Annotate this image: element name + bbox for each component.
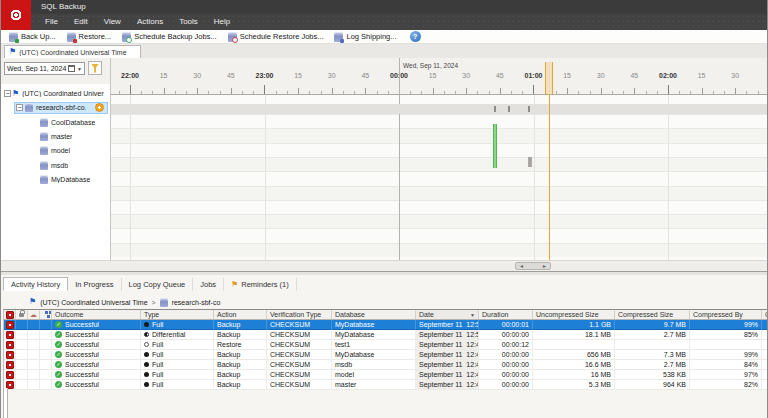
ruler-tick <box>646 91 647 95</box>
scroll-left-icon[interactable]: ◄ <box>519 263 524 269</box>
scroll-right-icon[interactable]: ► <box>542 263 547 269</box>
breadcrumb-timezone[interactable]: (UTC) Coordinated Universal Time <box>40 299 147 306</box>
ruler-tick <box>264 85 265 94</box>
backup-group-bar[interactable] <box>493 124 497 168</box>
server-tree-panel: Wed, Sep 11, 2024 ▼ −⚑(UTC) Coordinated … <box>1 58 111 260</box>
tree-item-model[interactable]: model <box>1 144 110 158</box>
tree-item-master[interactable]: master <box>1 129 110 143</box>
menu-view[interactable]: View <box>96 14 129 30</box>
grid-header-verification-type[interactable]: Verification Type <box>267 310 332 319</box>
menu-actions[interactable]: Actions <box>129 14 171 30</box>
filter-button[interactable] <box>88 61 102 75</box>
type-full-icon <box>144 372 149 377</box>
menu-help[interactable]: Help <box>206 14 238 30</box>
grid-row[interactable]: ✓SuccessfulFullRestoreCHECKSUMtest1Septe… <box>4 340 768 350</box>
cell-date: September 11 12:43... <box>416 350 479 360</box>
tab-utc-timezone[interactable]: ⚑ (UTC) Coordinated Universal Time <box>4 45 141 58</box>
toolbar-restore-database-button[interactable]: Restore... <box>63 30 119 43</box>
tab-reminders-1[interactable]: ⚑Reminders (1) <box>224 278 297 291</box>
grid-row[interactable]: ✓SuccessfulFullBackupCHECKSUMMyDatabaseS… <box>4 350 768 360</box>
toolbar-log-shipping-button[interactable]: Log Shipping... <box>330 30 403 43</box>
current-time-marker <box>545 62 553 95</box>
backup-database-icon <box>9 32 18 42</box>
cell-verification-type: CHECKSUM <box>267 340 332 350</box>
cell-uncompressed-size <box>533 340 615 350</box>
expander-minus-icon[interactable]: − <box>4 90 11 97</box>
tree-item-research-sbf-co[interactable]: −research-sbf-co... <box>1 101 110 115</box>
tab-log-copy-queue[interactable]: Log Copy Queue <box>122 278 194 291</box>
grid-row[interactable]: ✓SuccessfulFullBackupCHECKSUMmodelSeptem… <box>4 370 768 380</box>
timeline-row-stripe <box>111 243 768 257</box>
grid-left-scrollbar[interactable] <box>3 388 8 418</box>
grid-row[interactable]: ✓SuccessfulFullBackupCHECKSUMmsdbSeptemb… <box>4 360 768 370</box>
sqlbackup-icon <box>6 361 14 369</box>
expander-minus-icon[interactable]: − <box>16 104 23 111</box>
cell-uncompressed-size: 16.6 MB <box>533 360 615 370</box>
tree-item-cooldatabase[interactable]: CoolDatabase <box>1 115 110 129</box>
database-icon <box>40 118 48 127</box>
grid-header-date[interactable]: Date▼ <box>416 310 479 319</box>
tab-activity-history[interactable]: Activity History <box>3 277 68 291</box>
cell-compressed-by: 85% <box>690 330 762 340</box>
grid-header-action[interactable]: Action <box>214 310 267 319</box>
single-event-bar[interactable] <box>528 157 532 167</box>
toolbar-backup-database-button[interactable]: Back Up... <box>5 30 63 43</box>
grid-header-network-icon[interactable] <box>40 310 52 319</box>
activity-panel: Activity HistoryIn ProgressLog Copy Queu… <box>1 275 768 418</box>
timeline-row-separator <box>111 143 768 144</box>
success-check-icon: ✓ <box>55 331 62 338</box>
grid-row[interactable]: ✓SuccessfulFullBackupCHECKSUMMyDatabaseS… <box>4 320 768 330</box>
timeline-chart[interactable]: Wed, Sep 11, 2024 22:0015304523:00153045… <box>111 58 768 260</box>
flag-icon: ⚑ <box>231 281 238 289</box>
menu-file[interactable]: File <box>37 14 66 30</box>
tree-item-mydatabase[interactable]: MyDatabase <box>1 172 110 186</box>
grid-header-compressed-size[interactable]: Compressed Size <box>615 310 690 319</box>
grid-header-outcome[interactable]: Outcome <box>52 310 141 319</box>
tree-item--utc-coordinated-universa[interactable]: −⚑(UTC) Coordinated Universa... <box>1 87 110 101</box>
cell-date: September 11 12:43... <box>416 360 479 370</box>
sqlbackup-icon <box>6 341 14 349</box>
date-picker[interactable]: Wed, Sep 11, 2024 ▼ <box>4 62 85 75</box>
cell-cloud <box>28 340 40 350</box>
activity-history-grid: ☁OutcomeTypeActionVerification TypeDatab… <box>3 309 768 390</box>
grid-header-duration[interactable]: Duration <box>479 310 533 319</box>
cell-network <box>40 380 52 390</box>
ruler-tick <box>713 91 714 95</box>
grid-row[interactable]: ✓SuccessfulFullBackupCHECKSUMmasterSepte… <box>4 380 768 390</box>
ruler-tick <box>421 91 422 95</box>
database-icon <box>40 146 48 155</box>
grid-header-type[interactable]: Type <box>141 310 214 319</box>
grid-row[interactable]: ✓SuccessfulDifferentialBackupCHECKSUMMyD… <box>4 330 768 340</box>
tab-jobs[interactable]: Jobs <box>193 278 224 291</box>
grid-header-compressed-by[interactable]: Compressed By <box>690 310 762 319</box>
grid-header-sqlbackup-icon[interactable] <box>4 310 16 319</box>
timeline-hscrollbar[interactable]: ◄ ► <box>1 260 768 271</box>
ruler-label: 23:00 <box>256 72 274 79</box>
timeline-workspace: Wed, Sep 11, 2024 ▼ −⚑(UTC) Coordinated … <box>1 58 768 260</box>
toolbar-schedule-backup-button[interactable]: Schedule Backup Jobs... <box>118 30 224 43</box>
cell-compressed-by <box>690 340 762 350</box>
grid-header-database[interactable]: Database <box>332 310 416 319</box>
hscroll-thumb[interactable]: ◄ ► <box>515 262 551 270</box>
cell-compressed-size: 964 KB <box>615 380 690 390</box>
menu-tools[interactable]: Tools <box>171 14 206 30</box>
tree-item-msdb[interactable]: msdb <box>1 158 110 172</box>
grid-header-co[interactable]: Co <box>762 310 768 319</box>
database-icon <box>25 103 33 112</box>
ruler-label: 45 <box>361 72 369 79</box>
outcome-text: Successful <box>65 341 99 348</box>
cell-compressed-by: 99% <box>690 350 762 360</box>
cell-uncompressed-size: 656 MB <box>533 350 615 360</box>
menu-edit[interactable]: Edit <box>66 14 96 30</box>
tab-in-progress[interactable]: In Progress <box>68 278 121 291</box>
grid-header-lock-icon[interactable] <box>16 310 28 319</box>
toolbar-schedule-restore-button[interactable]: Schedule Restore Jobs... <box>224 30 331 43</box>
grid-header-uncompressed-size[interactable]: Uncompressed Size <box>533 310 615 319</box>
breadcrumb-server[interactable]: research-sbf-co <box>172 299 221 306</box>
schedule-backup-icon <box>122 32 131 42</box>
grid-header-cloud-icon[interactable]: ☁ <box>28 310 40 319</box>
tab-label: In Progress <box>75 278 113 291</box>
ruler-tick <box>612 91 613 95</box>
help-icon[interactable]: ? <box>410 31 421 42</box>
ruler-label: 15 <box>160 72 168 79</box>
